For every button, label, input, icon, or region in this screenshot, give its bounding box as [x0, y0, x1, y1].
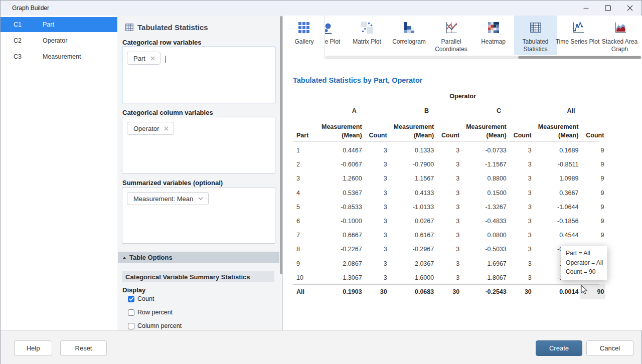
count-checkbox[interactable] — [128, 296, 134, 302]
value-cell: 0.6167 — [394, 228, 441, 242]
part-cell: 8 — [293, 242, 322, 256]
summary-statistics-header: Categorical Variable Summary Statistics — [122, 271, 274, 282]
chip-label: Measurement: Mean — [133, 195, 193, 203]
variable-chip-operator[interactable]: Operator — [127, 122, 174, 135]
value-cell: 3 — [440, 186, 466, 200]
window-title: Graph Builder — [12, 5, 49, 12]
cancel-button[interactable]: Cancel — [586, 340, 633, 356]
maximize-button[interactable] — [596, 1, 619, 16]
value-cell: 0.0014 — [538, 285, 585, 299]
table-row[interactable]: 70.666730.616730.080030.45449 — [293, 228, 610, 242]
variable-chip-measurement-mean[interactable]: Measurement: Mean — [127, 192, 209, 205]
gallery-item-matrix-plot[interactable]: Matrix Plot — [346, 16, 388, 55]
count-header: Count — [585, 119, 610, 141]
value-cell: -0.2967 — [394, 242, 441, 256]
value-cell: 0.4467 — [322, 143, 369, 157]
value-cell: 3 — [440, 271, 466, 285]
table-row[interactable]: 10.446730.13333-0.073330.16899 — [293, 143, 610, 157]
checkbox-row-count[interactable]: Count — [128, 295, 154, 302]
value-cell: 3 — [513, 242, 538, 256]
part-cell: 7 — [293, 228, 322, 242]
row-variables-box[interactable]: Part — [122, 47, 275, 103]
value-cell: -1.3267 — [466, 200, 513, 214]
gallery-scrollbar-track[interactable] — [326, 56, 642, 59]
value-cell: 3 — [513, 214, 538, 228]
value-cell: 0.4133 — [394, 186, 441, 200]
row-percent-checkbox[interactable] — [128, 309, 134, 316]
sidebar-item-part[interactable]: C1 Part — [1, 17, 117, 32]
sidebar-item-measurement[interactable]: C3 Measurement — [1, 49, 117, 64]
value-cell: -0.8533 — [322, 200, 369, 214]
stacked-area-graph-icon — [598, 21, 641, 35]
remove-chip-icon[interactable] — [164, 126, 169, 131]
value-cell: -0.5033 — [466, 242, 513, 256]
value-cell: 3 — [369, 157, 394, 171]
part-header: Part — [293, 119, 322, 141]
checkbox-row-column-percent[interactable]: Column percent — [128, 322, 182, 329]
gallery-item-label: Time Series Plot — [554, 38, 601, 46]
gallery-item-heatmap[interactable]: Heatmap — [472, 16, 515, 55]
table-row[interactable]: 40.536730.413330.150030.36679 — [293, 186, 610, 200]
gallery-item-gallery[interactable]: Gallery — [283, 16, 325, 59]
value-cell: -0.1000 — [322, 214, 369, 228]
column-percent-checkbox[interactable] — [128, 323, 134, 329]
close-button[interactable] — [618, 1, 641, 16]
chevron-down-icon[interactable] — [198, 197, 203, 200]
value-cell: 3 — [440, 171, 466, 186]
table-row[interactable]: 2-0.60673-0.79003-1.15673-0.85119 — [293, 157, 610, 171]
gallery-item-tabulated-statistics[interactable]: Tabulated Statistics — [514, 16, 557, 55]
value-cell: 0.5367 — [322, 186, 369, 200]
value-cell: -1.6000 — [394, 271, 441, 285]
value-cell: -0.4833 — [466, 214, 513, 228]
value-cell: 9 — [585, 186, 610, 200]
part-cell: 5 — [293, 200, 322, 214]
gallery-item-correlogram[interactable]: Correlogram — [388, 16, 430, 55]
part-cell: 6 — [293, 214, 322, 228]
part-cell: 9 — [293, 257, 322, 271]
table-row[interactable]: 5-0.85333-1.01333-1.32673-1.06449 — [293, 200, 610, 214]
table-total-row[interactable]: All0.1903300.068330-0.2543300.001490 — [293, 285, 610, 299]
chip-label: Part — [133, 55, 145, 62]
correlogram-icon — [388, 21, 430, 35]
value-cell: 3 — [513, 186, 538, 200]
value-cell: 3 — [440, 143, 466, 157]
value-cell: 3 — [369, 257, 394, 271]
measurement-header: Measurement(Mean) — [322, 119, 369, 141]
gallery-item-label: Stacked Area Graph — [596, 38, 642, 53]
value-cell: 0.0800 — [466, 228, 513, 242]
help-button[interactable]: Help — [14, 340, 52, 356]
value-cell: 30 — [513, 285, 538, 299]
remove-chip-icon[interactable] — [150, 56, 155, 61]
minimize-button[interactable] — [574, 1, 597, 16]
column-variables-box[interactable]: Operator — [122, 117, 275, 173]
table-options-header[interactable]: Table Options — [118, 252, 279, 263]
summarized-variables-box[interactable]: Measurement: Mean — [122, 187, 275, 244]
panel-vertical-scrollbar[interactable] — [280, 16, 282, 274]
value-cell: -1.1567 — [466, 157, 513, 171]
column-name: Operator — [43, 37, 67, 44]
value-cell: 2.0367 — [394, 257, 441, 271]
create-button[interactable]: Create — [536, 340, 582, 356]
value-cell: 9 — [585, 228, 610, 242]
value-cell: 0.1500 — [466, 186, 513, 200]
close-icon — [627, 5, 633, 11]
gallery-scrollbar-thumb[interactable] — [518, 56, 641, 59]
value-cell: -0.2267 — [322, 242, 369, 256]
variable-chip-part[interactable]: Part — [127, 52, 160, 65]
panel-title: Tabulated Statistics — [137, 23, 208, 32]
table-row[interactable]: 6-0.100030.02673-0.48333-0.18569 — [293, 214, 610, 228]
cell-tooltip: Part = All Operator = All Count = 90 — [561, 246, 607, 280]
checkbox-row-row-percent[interactable]: Row percent — [128, 309, 173, 316]
value-cell: 3 — [440, 228, 466, 242]
count-header: Count — [440, 119, 466, 141]
gallery-item-parallel-coordinates[interactable]: Parallel Coordinates — [430, 16, 472, 55]
gallery-item-stacked-area-graph[interactable]: Stacked Area Graph — [598, 16, 641, 55]
value-cell: 0.1333 — [394, 143, 441, 157]
sidebar-item-operator[interactable]: C2 Operator — [1, 33, 117, 48]
table-row[interactable]: 31.260031.156730.880031.09899 — [293, 171, 610, 186]
column-group-title: Operator — [322, 90, 610, 103]
value-cell: 1.2600 — [322, 171, 369, 186]
reset-button[interactable]: Reset — [60, 340, 107, 356]
gallery-item-time-series-plot[interactable]: Time Series Plot — [556, 16, 599, 55]
value-cell: 90 — [585, 285, 610, 299]
